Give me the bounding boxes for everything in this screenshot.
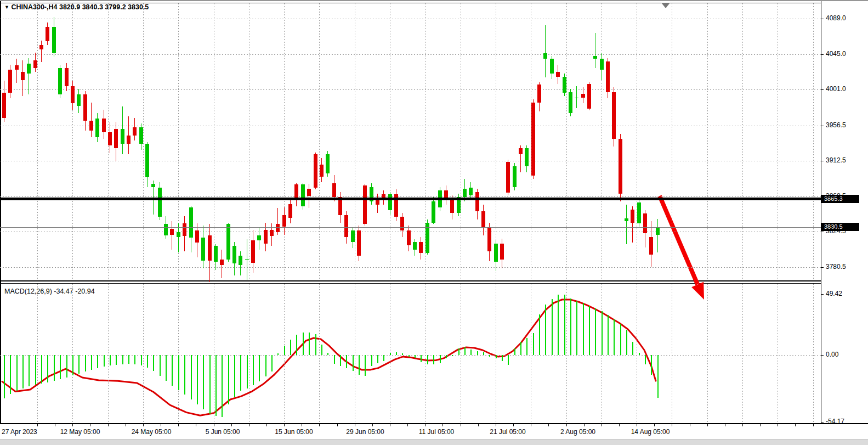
- macd-histogram-bar: [477, 351, 478, 355]
- macd-histogram-bar: [315, 334, 316, 355]
- candle-body: [363, 185, 367, 224]
- price-axis-label: 3956.5: [826, 121, 846, 129]
- vertical-gridline: [72, 284, 73, 423]
- candle-wick: [309, 184, 309, 208]
- candle-wick: [657, 219, 658, 252]
- candle-body: [8, 70, 12, 93]
- macd-histogram-bar: [639, 353, 640, 355]
- macd-histogram-bar: [222, 355, 223, 417]
- macd-histogram-bar: [657, 355, 659, 398]
- candle-wick: [595, 33, 595, 68]
- horizontal-gridline: [0, 89, 821, 90]
- macd-histogram-bar: [141, 355, 142, 365]
- macd-histogram-bar: [496, 355, 497, 358]
- candle-body: [519, 148, 523, 154]
- candle-body: [145, 144, 149, 177]
- macd-histogram-bar: [321, 345, 322, 355]
- macd-histogram-bar: [558, 295, 559, 355]
- macd-histogram-bar: [390, 353, 391, 355]
- horizontal-gridline: [0, 19, 821, 19]
- time-axis-tick: [813, 424, 814, 426]
- time-axis-tick: [795, 424, 796, 426]
- vertical-gridline: [37, 284, 38, 423]
- time-axis-tick: [72, 424, 73, 426]
- candle-body: [114, 129, 118, 148]
- macd-histogram-bar: [570, 298, 571, 355]
- resistance-level-line[interactable]: [0, 198, 821, 200]
- time-axis-tick: [266, 424, 267, 426]
- candle-body: [183, 223, 186, 236]
- vertical-gridline: [778, 284, 778, 423]
- macd-histogram-bar: [160, 355, 161, 376]
- macd-histogram-bar: [234, 355, 235, 397]
- vertical-gridline: [390, 3, 390, 280]
- price-axis-tick: [821, 89, 824, 90]
- macd-histogram-bar: [353, 355, 354, 371]
- macd-histogram-bar: [589, 306, 590, 355]
- macd-pane[interactable]: [0, 284, 821, 423]
- candle-body: [232, 246, 236, 263]
- candle-body: [102, 119, 106, 132]
- macd-histogram-bar: [147, 355, 148, 368]
- symbol-dropdown-icon[interactable]: ▼: [4, 4, 9, 10]
- macd-histogram-bar: [396, 352, 397, 355]
- candle-body: [226, 224, 230, 260]
- candle-body: [432, 201, 435, 223]
- vertical-gridline: [813, 284, 814, 423]
- time-axis-label: 5 Jun 05:00: [206, 428, 240, 436]
- candle-body: [33, 60, 37, 68]
- candle-wick: [41, 41, 42, 62]
- horizontal-gridline: [0, 161, 821, 161]
- macd-histogram-bar: [576, 301, 577, 355]
- candle-body: [307, 189, 311, 196]
- candle-body: [656, 227, 660, 235]
- candle-body: [487, 227, 491, 251]
- vertical-gridline: [72, 3, 73, 280]
- macd-histogram-bar: [645, 355, 646, 364]
- vertical-gridline: [143, 3, 144, 280]
- macd-histogram-bar: [415, 355, 416, 358]
- candle-body: [649, 237, 653, 255]
- macd-histogram-bar: [421, 355, 422, 362]
- pane-separator-line-1: [0, 280, 821, 281]
- macd-histogram-bar: [464, 347, 466, 355]
- candle-body: [27, 64, 31, 74]
- time-axis-tick: [143, 424, 144, 426]
- macd-histogram-bar: [116, 355, 117, 365]
- candle-body: [214, 246, 218, 262]
- macd-histogram-bar: [614, 319, 615, 355]
- time-axis-tick: [108, 424, 109, 426]
- scroll-to-end-icon[interactable]: [661, 3, 670, 8]
- candle-body: [139, 127, 143, 144]
- candle-body: [625, 218, 628, 221]
- vertical-gridline: [637, 3, 637, 280]
- macd-axis-tick: [821, 294, 824, 295]
- candle-body: [450, 198, 454, 213]
- time-axis-tick: [90, 424, 90, 426]
- macd-histogram-bar: [539, 314, 540, 355]
- time-axis-tick: [778, 424, 778, 426]
- macd-histogram-bar: [340, 355, 341, 366]
- macd-histogram-bar: [533, 333, 534, 355]
- time-axis-tick: [390, 424, 390, 426]
- time-axis-tick: [302, 424, 302, 426]
- price-axis[interactable]: 4089.04045.04001.03956.53912.53868.53824…: [821, 1, 868, 423]
- vertical-gridline: [637, 284, 637, 423]
- macd-histogram-bar: [110, 355, 111, 365]
- candle-body: [95, 119, 99, 137]
- vertical-gridline: [108, 284, 109, 423]
- macd-histogram-bar: [172, 355, 173, 386]
- candle-body: [201, 238, 205, 261]
- time-axis-label: 27 Apr 2023: [2, 428, 37, 436]
- symbol-period-label: CHINA300-,H4: [11, 3, 57, 11]
- vertical-gridline: [707, 284, 708, 423]
- candle-body: [413, 242, 417, 250]
- macd-histogram-bar: [166, 355, 167, 381]
- time-axis[interactable]: 27 Apr 202312 May 05:0024 May 05:005 Jun…: [0, 424, 868, 440]
- vertical-gridline: [37, 3, 38, 280]
- macd-histogram-bar: [489, 355, 490, 357]
- candle-body: [208, 235, 212, 261]
- macd-histogram-bar: [334, 355, 335, 364]
- window-bottom-edge: [0, 440, 868, 445]
- horizontal-gridline: [0, 54, 821, 55]
